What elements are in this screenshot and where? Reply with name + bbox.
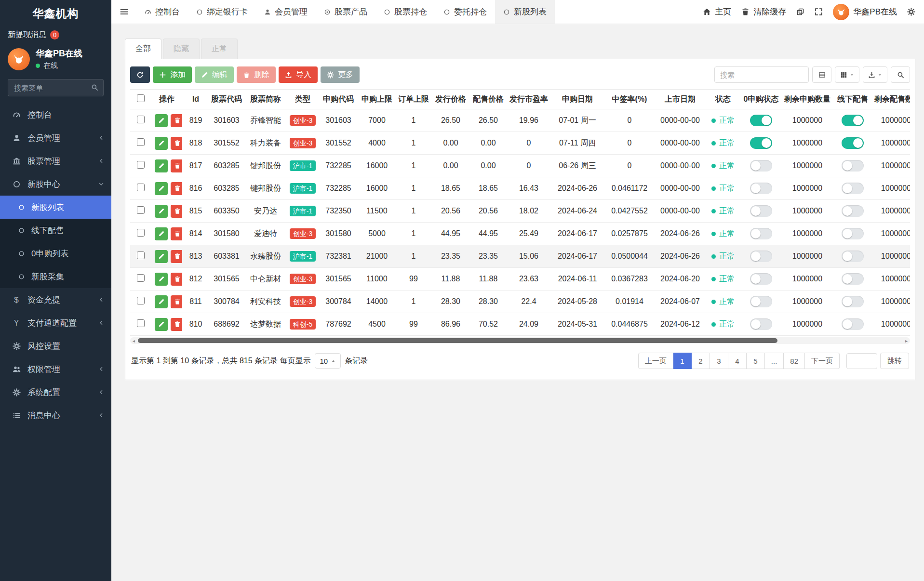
column-header-0[interactable]: 操作 (151, 90, 182, 109)
delete-row-button[interactable] (171, 273, 182, 286)
menu-search-input[interactable] (8, 79, 104, 96)
topbar-clear-cache[interactable]: 清除缓存 (741, 6, 786, 17)
topbar-settings[interactable] (907, 8, 915, 16)
select-all-checkbox[interactable] (137, 94, 145, 102)
edit-row-button[interactable] (155, 205, 168, 218)
scroll-left-arrow[interactable]: ◂ (130, 337, 137, 344)
column-header-6[interactable]: 申购上限 (359, 90, 395, 109)
column-header-11[interactable]: 申购日期 (550, 90, 604, 109)
column-header-15[interactable]: 0申购状态 (740, 90, 782, 109)
nav-tab-4[interactable]: 股票持仓 (375, 0, 435, 24)
delete-row-button[interactable] (171, 318, 182, 331)
sidebar-item-2[interactable]: 股票管理 (0, 149, 111, 172)
row-checkbox[interactable] (137, 274, 145, 282)
row-checkbox[interactable] (137, 161, 145, 169)
page-button-2[interactable]: 2 (692, 353, 710, 369)
column-header-3[interactable]: 股票简称 (244, 90, 287, 109)
column-header-5[interactable]: 申购代码 (318, 90, 359, 109)
page-button-82[interactable]: 82 (784, 353, 805, 369)
offline-placement-toggle[interactable] (842, 205, 864, 217)
row-checkbox[interactable] (137, 297, 145, 304)
nav-tab-3[interactable]: 股票产品 (316, 0, 375, 24)
sidebar-subitem-3-0[interactable]: 新股列表 (0, 196, 111, 219)
columns-button[interactable] (835, 66, 859, 83)
add-button[interactable]: 添加 (153, 66, 192, 83)
delete-row-button[interactable] (171, 250, 182, 263)
offline-placement-toggle[interactable] (842, 137, 864, 149)
offline-placement-toggle[interactable] (842, 183, 864, 194)
zero-subscribe-toggle[interactable] (750, 251, 772, 262)
jump-page-input[interactable] (846, 353, 877, 369)
page-button-1[interactable]: 1 (673, 353, 692, 369)
next-page-button[interactable]: 下一页 (805, 353, 840, 369)
row-checkbox[interactable] (137, 138, 145, 146)
prev-page-button[interactable]: 上一页 (638, 353, 673, 369)
delete-row-button[interactable] (171, 227, 182, 240)
row-checkbox[interactable] (137, 229, 145, 237)
refresh-button[interactable] (130, 66, 150, 83)
offline-placement-toggle[interactable] (842, 160, 864, 172)
filter-tab-2[interactable]: 正常 (201, 39, 238, 59)
row-checkbox[interactable] (137, 319, 145, 327)
zero-subscribe-toggle[interactable] (750, 296, 772, 307)
column-header-13[interactable]: 上市日期 (655, 90, 706, 109)
column-header-17[interactable]: 线下配售 (833, 90, 872, 109)
column-header-2[interactable]: 股票代码 (209, 90, 244, 109)
zero-subscribe-toggle[interactable] (750, 183, 772, 194)
topbar-home[interactable]: 主页 (703, 6, 731, 17)
column-header-12[interactable]: 中签率(%) (604, 90, 655, 109)
offline-placement-toggle[interactable] (842, 273, 864, 285)
delete-row-button[interactable] (171, 114, 182, 127)
page-button-4[interactable]: 4 (728, 353, 747, 369)
scroll-right-arrow[interactable]: ▸ (903, 337, 910, 344)
row-checkbox[interactable] (137, 116, 145, 123)
column-header-4[interactable]: 类型 (287, 90, 318, 109)
search-toggle-button[interactable] (891, 66, 910, 83)
zero-subscribe-toggle[interactable] (750, 273, 772, 285)
edit-row-button[interactable] (155, 182, 168, 195)
zero-subscribe-toggle[interactable] (750, 318, 772, 330)
import-button[interactable]: 导入 (279, 66, 318, 83)
sidebar-subitem-3-1[interactable]: 线下配售 (0, 219, 111, 242)
sidebar-item-4[interactable]: $资金充提 (0, 288, 111, 311)
nav-tab-0[interactable]: 控制台 (136, 0, 188, 24)
page-button-5[interactable]: 5 (747, 353, 765, 369)
sidebar-item-9[interactable]: 消息中心 (0, 404, 111, 427)
horizontal-scrollbar[interactable]: ◂ ▸ (130, 337, 910, 344)
edit-row-button[interactable] (155, 273, 168, 286)
edit-row-button[interactable] (155, 318, 168, 331)
column-header-9[interactable]: 配售价格 (469, 90, 507, 109)
offline-placement-toggle[interactable] (842, 251, 864, 262)
edit-row-button[interactable] (155, 137, 168, 150)
table-search-input[interactable] (714, 66, 809, 83)
edit-row-button[interactable] (155, 295, 168, 308)
sidebar-item-7[interactable]: 权限管理 (0, 357, 111, 381)
sidebar-item-1[interactable]: 会员管理 (0, 126, 111, 149)
delete-row-button[interactable] (171, 137, 182, 150)
offline-placement-toggle[interactable] (842, 296, 864, 307)
edit-button[interactable]: 编辑 (195, 66, 234, 83)
filter-tab-1[interactable]: 隐藏 (163, 39, 200, 59)
sidebar-item-8[interactable]: 系统配置 (0, 381, 111, 404)
row-checkbox[interactable] (137, 206, 145, 214)
delete-row-button[interactable] (171, 295, 182, 308)
delete-row-button[interactable] (171, 159, 182, 172)
column-header-16[interactable]: 剩余申购数量 (782, 90, 833, 109)
delete-row-button[interactable] (171, 205, 182, 218)
sidebar-toggle-button[interactable] (111, 0, 136, 24)
edit-row-button[interactable] (155, 114, 168, 127)
scrollbar-thumb[interactable] (138, 338, 777, 343)
edit-row-button[interactable] (155, 227, 168, 240)
offline-placement-toggle[interactable] (842, 228, 864, 239)
offline-placement-toggle[interactable] (842, 318, 864, 330)
offline-placement-toggle[interactable] (842, 115, 864, 126)
column-header-8[interactable]: 发行价格 (432, 90, 469, 109)
row-checkbox[interactable] (137, 251, 145, 259)
nav-tab-6[interactable]: 新股列表 (495, 0, 555, 24)
row-checkbox[interactable] (137, 184, 145, 191)
zero-subscribe-toggle[interactable] (750, 137, 772, 149)
zero-subscribe-toggle[interactable] (750, 160, 772, 172)
delete-row-button[interactable] (171, 182, 182, 195)
nav-tab-1[interactable]: 绑定银行卡 (188, 0, 256, 24)
column-header-14[interactable]: 状态 (706, 90, 740, 109)
